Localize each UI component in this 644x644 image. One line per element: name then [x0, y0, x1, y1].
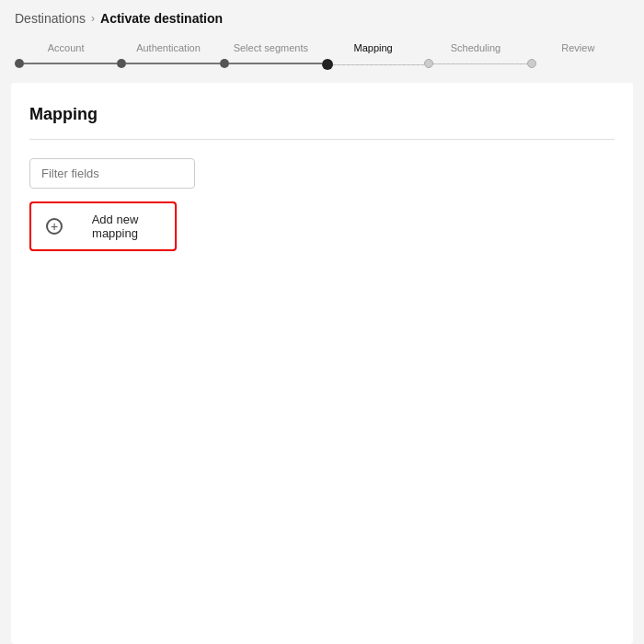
step-review-dot — [527, 59, 536, 68]
step-select-segments-dot — [220, 59, 229, 68]
step-account-label: Account — [48, 42, 85, 53]
step-line-authentication — [126, 63, 219, 64]
mapping-section-title: Mapping — [29, 105, 615, 124]
step-authentication-dot — [117, 59, 126, 68]
step-authentication: Authentication — [117, 42, 219, 68]
add-new-mapping-button[interactable]: + Add new mapping — [29, 201, 177, 251]
breadcrumb-parent-link[interactable]: Destinations — [15, 11, 86, 26]
step-account-dot — [15, 59, 24, 68]
filter-fields-input[interactable] — [29, 158, 195, 189]
step-select-segments: Select segments — [220, 42, 322, 68]
step-select-segments-label: Select segments — [234, 42, 308, 53]
step-mapping-label: Mapping — [354, 42, 393, 53]
step-line-mapping — [333, 64, 424, 65]
step-review: Review — [527, 42, 629, 68]
breadcrumb-current: Activate destination — [100, 11, 223, 26]
main-content: Mapping + Add new mapping — [11, 83, 633, 644]
step-line-select-segments — [229, 63, 322, 64]
page: Destinations › Activate destination Acco… — [0, 0, 644, 644]
breadcrumb: Destinations › Activate destination — [0, 0, 644, 33]
step-account: Account — [15, 42, 117, 68]
plus-icon: + — [46, 218, 63, 235]
breadcrumb-separator: › — [91, 12, 95, 25]
step-scheduling-label: Scheduling — [451, 42, 500, 53]
step-scheduling: Scheduling — [424, 42, 526, 68]
step-authentication-label: Authentication — [136, 42, 201, 53]
step-review-label: Review — [561, 42, 594, 53]
add-mapping-label: Add new mapping — [70, 213, 160, 240]
section-divider — [29, 139, 615, 140]
step-mapping-dot — [322, 59, 333, 70]
step-line-account — [24, 63, 117, 64]
step-mapping: Mapping — [322, 42, 424, 70]
step-line-scheduling — [433, 63, 526, 64]
step-scheduling-dot — [424, 59, 433, 68]
stepper: Account Authentication Select segments — [0, 33, 644, 83]
